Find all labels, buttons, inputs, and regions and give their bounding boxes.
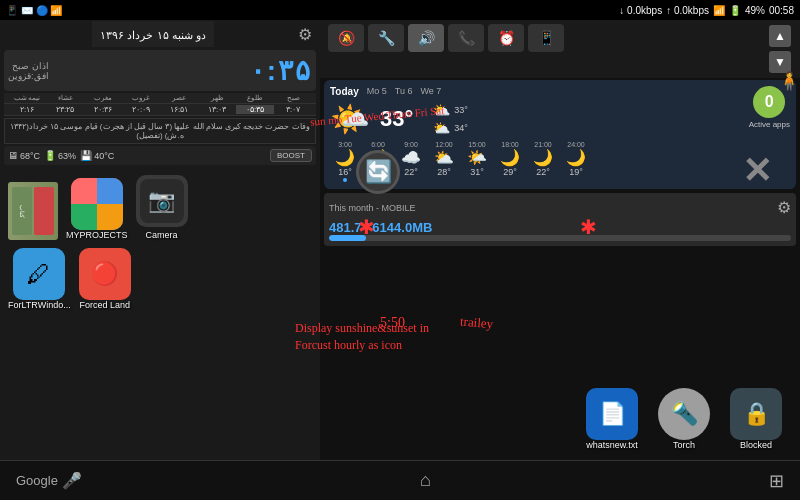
prayer-values-row: ۲:۱۶ ۲۳:۲۵ ۲۰:۳۶ ۲۰:۰۹ ۱۶:۵۱ ۱۳:۰۳ ۰۵:۳۵… [4, 104, 316, 116]
weather-mo5: Mo 5 [367, 86, 387, 97]
forced-land-icon: 🔴 [79, 248, 131, 300]
whatsnew-label: whatsnew.txt [586, 440, 638, 450]
app-myprojects[interactable]: MYPROJECTS [66, 178, 128, 240]
forltr-icon: 🖊 [13, 248, 65, 300]
qs-device[interactable]: 📱 [528, 24, 564, 52]
hour-2100: 21:00 🌙 22° [528, 141, 558, 183]
qs-silent[interactable]: 🔕 [328, 24, 364, 52]
torch-label: Torch [673, 440, 695, 450]
status-bar: 📱 ✉️ 🔵 📶 ↓ 0.0kbps ↑ 0.0kbps 📶 🔋 49% 00:… [0, 0, 800, 20]
weather-we7: We 7 [420, 86, 441, 97]
data-usage-header: This month - MOBILE ⚙ [329, 198, 791, 217]
app-row-1: کتاب MYPROJECTS [0, 167, 320, 244]
qs-phone[interactable]: 📞 [448, 24, 484, 52]
settings-icon[interactable]: ⚙ [298, 25, 312, 44]
battery-percent: 49% [745, 5, 765, 16]
prayer-table: نیمه شب عشاء مغرب غروب عصر ظهر طلوع صبح … [4, 93, 316, 116]
date-header: دو شنبه ۱۵ خرداد ۱۳۹۶ [92, 21, 213, 47]
camera-icon: 📷 [136, 175, 188, 227]
hour-2400: 24:00 🌙 19° [561, 141, 591, 183]
refresh-button[interactable]: 🔄 [356, 150, 400, 194]
app-forltr[interactable]: 🖊 ForLTRWindo... [8, 248, 71, 310]
character-decoration: 🧍 [778, 70, 800, 92]
myprojects-label: MYPROJECTS [66, 230, 128, 240]
bottom-apps-right: 📄 whatsnew.txt 🔦 Torch 🔒 Blocked 🔒 Block… [640, 388, 800, 450]
x-decoration: ✕ [742, 150, 772, 192]
whatsnew-icon: 📄 [586, 388, 638, 440]
data-usage-amount: 481.7 / 6144.0MB [329, 220, 791, 235]
cpu-icon: 🖥 [8, 150, 18, 161]
book-icon: کتاب [8, 182, 58, 240]
prayer-widget: اذان صبح افق:قزوین ۰:۳۵ [4, 50, 316, 91]
weather-today-label: Today [330, 86, 359, 97]
qs-alarm[interactable]: ⏰ [488, 24, 524, 52]
battery-icon: 🔋 [729, 5, 741, 16]
temp-value: 68°C [20, 151, 40, 161]
data-usage-settings-icon[interactable]: ⚙ [777, 198, 791, 217]
right-panel: 🔕 🔧 🔊 📞 ⏰ 📱 ▲ ▼ Today Mo 5 Tu 6 [320, 20, 800, 500]
storage-value: 40°C [94, 151, 114, 161]
home-icon: ⌂ [420, 470, 431, 491]
battery-item: 🔋 63% [44, 150, 76, 161]
hour-1500: 15:00 🌤️ 31° [462, 141, 492, 183]
data-usage-title: This month - MOBILE [329, 203, 416, 213]
storage-item: 💾 40°C [80, 150, 114, 161]
network-up: ↑ 0.0kbps [666, 5, 709, 16]
forced-land-label: Forced Land [79, 300, 130, 310]
grid-button[interactable]: ⊞ [769, 470, 784, 492]
blocked-icon-1: 🔒 [730, 388, 782, 440]
data-usage-widget: This month - MOBILE ⚙ 481.7 / 6144.0MB [324, 193, 796, 246]
hour-0900: 9:00 ☁️ 22° [396, 141, 426, 183]
torch-icon: 🔦 [658, 388, 710, 440]
quick-settings-bar: 🔕 🔧 🔊 📞 ⏰ 📱 ▲ ▼ [320, 20, 800, 78]
app-forced-land[interactable]: 🔴 Forced Land [79, 248, 131, 310]
prayer-remaining: افق:قزوین [8, 71, 49, 81]
app-row-2: 🖊 ForLTRWindo... 🔴 Forced Land [0, 244, 320, 314]
scroll-up-btn[interactable]: ▲ [769, 25, 791, 47]
hadith-text: وفات حضرت خدیجه کبری سلام الله علیها (۳ … [4, 118, 316, 144]
we7-temp: 34° [454, 123, 468, 133]
app-book[interactable]: کتاب [8, 182, 58, 240]
weather-tu6: Tu 6 [395, 86, 413, 97]
mic-icon[interactable]: 🎤 [62, 471, 82, 490]
hour-1200: 12:00 ⛅ 28° [429, 141, 459, 183]
app-camera[interactable]: 📷 Camera [136, 175, 188, 240]
battery-value: 63% [58, 151, 76, 161]
qs-settings[interactable]: 🔧 [368, 24, 404, 52]
data-progress-fill [329, 235, 366, 241]
active-apps-label: Active apps [749, 120, 790, 129]
current-temp: 33° [380, 106, 413, 132]
google-search[interactable]: Google 🎤 [16, 471, 82, 490]
nav-bar: Google 🎤 ⌂ ⊞ [0, 460, 800, 500]
clock: 00:58 [769, 5, 794, 16]
home-button[interactable]: ⌂ [420, 470, 431, 491]
app-whatsnew[interactable]: 📄 whatsnew.txt [586, 388, 638, 450]
date-text: دو شنبه ۱۵ خرداد ۱۳۹۶ [100, 29, 205, 41]
data-progress-bar [329, 235, 791, 241]
hour-0300: 3:00 🌙 16° [330, 141, 360, 183]
myprojects-icon [71, 178, 123, 230]
tu6-temp: 33° [454, 105, 468, 115]
blocked-label-1: Blocked [740, 440, 772, 450]
boost-button[interactable]: BOOST [270, 149, 312, 162]
network-down: ↓ 0.0kbps [619, 5, 662, 16]
app-blocked-1[interactable]: 🔒 Blocked [730, 388, 782, 450]
left-panel: دو شنبه ۱۵ خرداد ۱۳۹۶ ⚙ اذان صبح افق:قزو… [0, 20, 320, 500]
app-torch[interactable]: 🔦 Torch [658, 388, 710, 450]
qs-volume[interactable]: 🔊 [408, 24, 444, 52]
prayer-name: اذان صبح [8, 61, 49, 71]
google-text: Google [16, 473, 58, 488]
signal-icon: 📶 [713, 5, 725, 16]
grid-icon: ⊞ [769, 470, 784, 492]
prayer-time: ۰:۳۵ [250, 54, 312, 87]
hour-1800: 18:00 🌙 29° [495, 141, 525, 183]
sysinfo-row: 🖥 68°C 🔋 63% 💾 40°C BOOST [4, 146, 316, 165]
temperature-item: 🖥 68°C [8, 150, 40, 161]
status-right: ↓ 0.0kbps ↑ 0.0kbps 📶 🔋 49% 00:58 [619, 5, 794, 16]
prayer-header-row: نیمه شب عشاء مغرب غروب عصر ظهر طلوع صبح [4, 93, 316, 104]
battery-sysinfo-icon: 🔋 [44, 150, 56, 161]
forltr-label: ForLTRWindo... [8, 300, 71, 310]
camera-label: Camera [146, 230, 178, 240]
main-content: دو شنبه ۱۵ خرداد ۱۳۹۶ ⚙ اذان صبح افق:قزو… [0, 20, 800, 500]
status-app-icons: 📱 ✉️ 🔵 📶 [6, 5, 62, 16]
